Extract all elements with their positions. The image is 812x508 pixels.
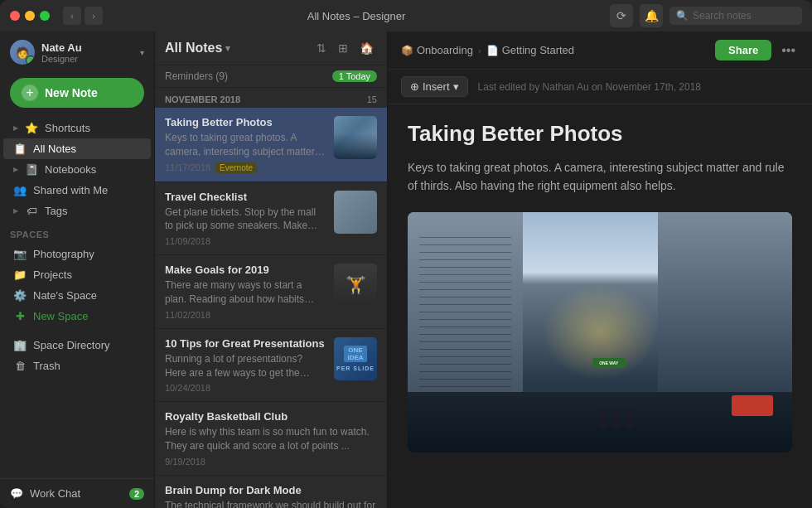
insert-button[interactable]: ⊕ Insert ▾ — [401, 76, 468, 97]
city-thumbnail-image — [334, 116, 377, 159]
editor-actions: ⊕ Insert ▾ Last edited by Nathan Au on N… — [388, 70, 812, 104]
tag-icon: 🏷 — [25, 205, 38, 217]
user-info: Nate Au Designer — [41, 41, 133, 64]
sidebar-item-shortcuts[interactable]: ⭐ Shortcuts — [3, 118, 151, 138]
city-photo: ONE WAY — [408, 212, 792, 452]
sidebar-item-projects[interactable]: 📁 Projects — [3, 264, 151, 285]
shortcuts-label: Shortcuts — [45, 122, 90, 134]
sidebar-item-space-directory[interactable]: 🏢 Space Directory — [3, 335, 151, 356]
note-preview: Running a lot of presentations? Here are… — [165, 352, 326, 380]
notes-actions: ⇅ ⊞ 🏠 — [313, 40, 377, 56]
sort-icon[interactable]: ⇅ — [313, 40, 330, 56]
editor-content: Taking Better Photos Keys to taking grea… — [388, 104, 812, 508]
reminders-today-badge: 1 Today — [332, 70, 377, 82]
sidebar-item-nates-space[interactable]: ⚙️ Nate's Space — [3, 285, 151, 306]
user-name: Nate Au — [41, 41, 133, 54]
user-chevron-icon: ▾ — [140, 48, 144, 57]
more-options-icon[interactable]: ••• — [778, 41, 799, 60]
note-preview: Here is why this team is so much fun to … — [165, 425, 377, 453]
editor-toolbar: 📦 Onboarding › 📄 Getting Started Share •… — [388, 31, 812, 70]
photography-label: Photography — [33, 248, 94, 260]
spaces-section-header: Spaces — [0, 223, 154, 242]
nates-space-label: Nate's Space — [33, 289, 97, 302]
breadcrumb-separator: › — [478, 46, 481, 56]
search-placeholder: Search notes — [693, 10, 752, 22]
close-button[interactable] — [10, 11, 20, 21]
note-content: Travel Checklist Get plane tickets. Stop… — [165, 191, 326, 247]
note-item-dark-mode[interactable]: Brain Dump for Dark Mode The technical f… — [155, 476, 387, 508]
sidebar-item-work-chat[interactable]: 💬 Work Chat 2 — [0, 479, 154, 508]
insert-label: Insert — [423, 80, 450, 93]
sidebar-item-new-space[interactable]: ✚ New Space — [3, 306, 151, 327]
note-date: 11/17/2018 — [165, 162, 210, 172]
projects-icon: 📁 — [13, 269, 27, 281]
breadcrumb-space[interactable]: 📦 Onboarding — [401, 44, 473, 56]
note-item-make-goals[interactable]: Make Goals for 2019 There are many ways … — [155, 255, 387, 329]
notes-date-count: 15 — [367, 94, 377, 104]
notes-title-chevron-icon: ▾ — [225, 43, 230, 54]
user-header[interactable]: 🧑 Nate Au Designer ▾ — [0, 31, 154, 73]
chat-badge: 2 — [129, 488, 144, 500]
traffic-lights — [10, 11, 50, 21]
new-note-label: New Note — [45, 86, 98, 99]
insert-chevron-icon: ▾ — [453, 80, 459, 93]
note-meta: 11/17/2018 Evernote — [165, 162, 326, 173]
note-title: Make Goals for 2019 — [165, 264, 326, 276]
note-content: Royalty Basketball Club Here is why this… — [165, 410, 377, 467]
travel-thumbnail-image — [334, 191, 377, 234]
share-button[interactable]: Share — [715, 40, 771, 60]
shortcuts-section: ⭐ Shortcuts 📋 All Notes 📓 Notebooks 👥 Sh… — [0, 116, 154, 223]
sidebar-item-notebooks[interactable]: 📓 Notebooks — [3, 159, 151, 180]
last-edited-text: Last edited by Nathan Au on November 17t… — [478, 81, 702, 93]
note-thumbnail — [334, 191, 377, 234]
search-bar[interactable]: 🔍 Search notes — [669, 7, 802, 25]
person-figure — [613, 409, 620, 428]
new-space-icon: ✚ — [13, 310, 27, 322]
breadcrumb-note[interactable]: 📄 Getting Started — [486, 44, 574, 56]
add-note-icon[interactable]: 🏠 — [356, 40, 377, 56]
sync-icon[interactable]: ⟳ — [610, 4, 633, 27]
bell-icon[interactable]: 🔔 — [640, 4, 663, 27]
sidebar-item-trash[interactable]: 🗑 Trash — [3, 356, 151, 376]
note-content: Make Goals for 2019 There are many ways … — [165, 264, 326, 320]
note-title: Travel Checklist — [165, 191, 326, 203]
notes-title-text: All Notes — [165, 41, 222, 56]
sidebar: 🧑 Nate Au Designer ▾ + New Note ⭐ Shortc… — [0, 31, 154, 508]
reminders-bar[interactable]: Reminders (9) 1 Today — [155, 65, 387, 88]
note-item-presentations[interactable]: 10 Tips for Great Presentations Running … — [155, 329, 387, 403]
note-item-taking-better-photos[interactable]: Taking Better Photos Keys to taking grea… — [155, 108, 387, 182]
notes-date-label: November 2018 — [165, 94, 240, 104]
note-title: 10 Tips for Great Presentations — [165, 337, 326, 350]
star-icon: ⭐ — [25, 122, 38, 134]
projects-label: Projects — [33, 269, 72, 281]
chat-icon: 💬 — [10, 487, 23, 500]
bus — [732, 395, 773, 416]
note-date: 9/19/2018 — [165, 457, 205, 467]
fullscreen-button[interactable] — [40, 11, 50, 21]
sidebar-item-all-notes[interactable]: 📋 All Notes — [3, 138, 151, 159]
note-item-basketball[interactable]: Royalty Basketball Club Here is why this… — [155, 402, 387, 476]
space-directory-icon: 🏢 — [13, 339, 27, 351]
notes-header: All Notes ▾ ⇅ ⊞ 🏠 — [155, 31, 387, 65]
breadcrumb-space-label: Onboarding — [417, 44, 473, 56]
sidebar-item-tags[interactable]: 🏷 Tags — [3, 201, 151, 221]
notes-panel-title[interactable]: All Notes ▾ — [165, 41, 313, 56]
back-button[interactable]: ‹ — [63, 7, 81, 25]
forward-button[interactable]: › — [85, 7, 103, 25]
street-people — [600, 409, 633, 428]
note-item-travel-checklist[interactable]: Travel Checklist Get plane tickets. Stop… — [155, 182, 387, 256]
person-figure — [626, 409, 633, 428]
sidebar-item-shared[interactable]: 👥 Shared with Me — [3, 180, 151, 201]
all-notes-label: All Notes — [33, 143, 76, 155]
minimize-button[interactable] — [25, 11, 35, 21]
work-chat-label: Work Chat — [30, 487, 80, 500]
view-toggle-icon[interactable]: ⊞ — [335, 40, 351, 56]
window-title: All Notes – Designer — [109, 10, 603, 22]
note-meta: 11/02/2018 — [165, 310, 326, 320]
new-note-button[interactable]: + New Note — [10, 78, 144, 108]
shared-label: Shared with Me — [33, 184, 108, 196]
sidebar-item-photography[interactable]: 📷 Photography — [3, 244, 151, 264]
editor-panel: 📦 Onboarding › 📄 Getting Started Share •… — [388, 31, 812, 508]
note-meta: 10/24/2018 — [165, 383, 326, 393]
shared-icon: 👥 — [13, 184, 27, 196]
